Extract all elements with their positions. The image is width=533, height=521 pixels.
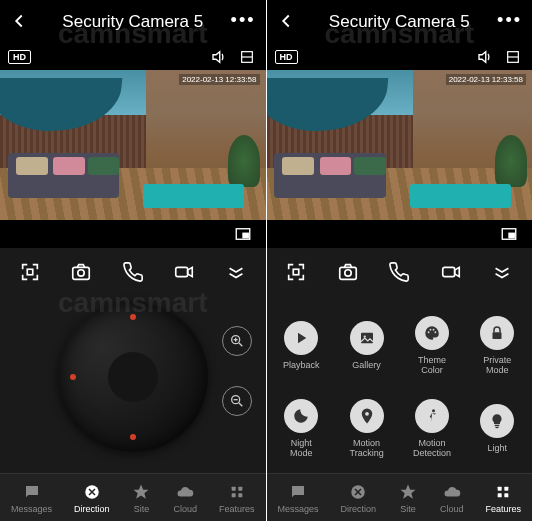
svg-rect-34 xyxy=(361,333,373,344)
bottom-nav: Messages Direction Site Cloud Features xyxy=(0,473,266,521)
svg-rect-21 xyxy=(231,493,235,497)
pip-icon[interactable] xyxy=(232,223,254,245)
zoom-out-button[interactable] xyxy=(222,386,252,416)
nav-label: Site xyxy=(400,504,416,514)
expand-button[interactable] xyxy=(222,258,250,286)
nav-direction[interactable]: Direction xyxy=(74,482,110,514)
header: Security Camera 5 ••• xyxy=(267,0,533,44)
svg-point-37 xyxy=(430,329,432,331)
feature-light[interactable]: Light xyxy=(467,390,528,470)
record-button[interactable] xyxy=(437,258,465,286)
fullscreen-button[interactable] xyxy=(282,258,310,286)
feature-gallery[interactable]: Gallery xyxy=(336,306,397,386)
svg-rect-19 xyxy=(231,486,235,490)
back-button[interactable] xyxy=(275,10,299,34)
site-icon xyxy=(398,482,418,502)
nav-label: Features xyxy=(219,504,255,514)
feature-label: Private Mode xyxy=(483,356,511,376)
speaker-icon[interactable] xyxy=(474,46,496,68)
nav-cloud[interactable]: Cloud xyxy=(173,482,197,514)
svg-rect-31 xyxy=(443,267,455,276)
svg-point-7 xyxy=(78,270,84,276)
call-button[interactable] xyxy=(385,258,413,286)
nav-label: Direction xyxy=(340,504,376,514)
nav-site[interactable]: Site xyxy=(398,482,418,514)
messages-icon xyxy=(22,482,42,502)
video-feed[interactable]: 2022-02-13 12:33:58 xyxy=(267,70,533,220)
nav-messages[interactable]: Messages xyxy=(11,482,52,514)
svg-point-36 xyxy=(428,331,430,333)
speaker-icon[interactable] xyxy=(208,46,230,68)
svg-marker-18 xyxy=(134,484,149,498)
fullscreen-button[interactable] xyxy=(16,258,44,286)
moon-icon xyxy=(284,399,318,433)
more-button[interactable]: ••• xyxy=(231,10,256,31)
svg-rect-22 xyxy=(238,493,242,497)
nav-features[interactable]: Features xyxy=(219,482,255,514)
pip-icon[interactable] xyxy=(498,223,520,245)
expand-button[interactable] xyxy=(488,258,516,286)
nav-features[interactable]: Features xyxy=(485,482,521,514)
feature-motion-detection[interactable]: Motion Detection xyxy=(401,390,462,470)
feature-label: Motion Tracking xyxy=(349,439,383,459)
bulb-icon xyxy=(480,404,514,438)
nav-label: Cloud xyxy=(173,504,197,514)
svg-rect-49 xyxy=(498,493,502,497)
nav-label: Cloud xyxy=(440,504,464,514)
hd-badge[interactable]: HD xyxy=(275,50,298,64)
svg-rect-43 xyxy=(495,425,500,427)
running-icon xyxy=(415,399,449,433)
feature-grid: Playback Gallery Theme Color Private Mod… xyxy=(267,296,533,473)
multiview-icon[interactable] xyxy=(502,46,524,68)
feature-night-mode[interactable]: Night Mode xyxy=(271,390,332,470)
palette-icon xyxy=(415,316,449,350)
svg-rect-47 xyxy=(498,486,502,490)
camera-scene xyxy=(267,70,533,220)
svg-rect-5 xyxy=(27,269,33,275)
svg-point-39 xyxy=(434,331,436,333)
dpad-up-indicator xyxy=(130,314,136,320)
video-feed[interactable]: 2022-02-13 12:33:58 xyxy=(0,70,266,220)
nav-messages[interactable]: Messages xyxy=(277,482,318,514)
screen-features: camnsmart Security Camera 5 ••• HD xyxy=(267,0,534,521)
lock-icon xyxy=(480,316,514,350)
nav-cloud[interactable]: Cloud xyxy=(440,482,464,514)
record-button[interactable] xyxy=(170,258,198,286)
hd-badge[interactable]: HD xyxy=(8,50,31,64)
svg-rect-27 xyxy=(509,233,514,238)
feature-playback[interactable]: Playback xyxy=(271,306,332,386)
feature-label: Light xyxy=(488,444,508,454)
video-timestamp: 2022-02-13 12:33:58 xyxy=(446,74,526,85)
feature-theme-color[interactable]: Theme Color xyxy=(401,306,462,386)
svg-marker-46 xyxy=(400,484,415,498)
svg-marker-23 xyxy=(479,52,486,63)
dpad-down-indicator xyxy=(130,434,136,440)
svg-line-15 xyxy=(239,403,242,406)
dpad-center[interactable] xyxy=(108,352,158,402)
svg-rect-48 xyxy=(505,486,509,490)
feature-label: Gallery xyxy=(352,361,381,371)
gallery-icon xyxy=(350,321,384,355)
more-button[interactable]: ••• xyxy=(497,10,522,31)
svg-rect-50 xyxy=(505,493,509,497)
feature-motion-tracking[interactable]: Motion Tracking xyxy=(336,390,397,470)
back-button[interactable] xyxy=(8,10,32,34)
call-button[interactable] xyxy=(119,258,147,286)
svg-rect-20 xyxy=(238,486,242,490)
multiview-icon[interactable] xyxy=(236,46,258,68)
feature-label: Night Mode xyxy=(290,439,313,459)
nav-site[interactable]: Site xyxy=(131,482,151,514)
nav-direction[interactable]: Direction xyxy=(340,482,376,514)
feature-label: Playback xyxy=(283,361,320,371)
svg-rect-4 xyxy=(243,233,248,238)
snapshot-button[interactable] xyxy=(334,258,362,286)
feature-private-mode[interactable]: Private Mode xyxy=(467,306,528,386)
action-toolbar xyxy=(267,248,533,296)
screen-direction: camnsmart camnsmart Security Camera 5 ••… xyxy=(0,0,267,521)
svg-rect-8 xyxy=(176,267,188,276)
location-icon xyxy=(350,399,384,433)
header: Security Camera 5 ••• xyxy=(0,0,266,44)
direction-pad[interactable] xyxy=(58,302,208,452)
zoom-in-button[interactable] xyxy=(222,326,252,356)
snapshot-button[interactable] xyxy=(67,258,95,286)
